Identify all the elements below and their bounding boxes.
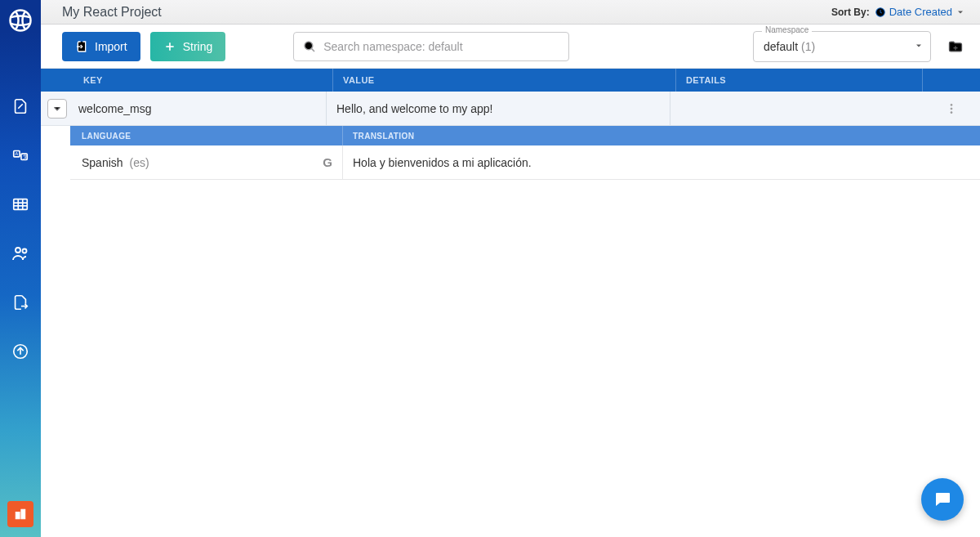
- import-icon: [75, 40, 88, 53]
- sidebar: A 文: [0, 0, 41, 537]
- svg-rect-13: [16, 512, 20, 519]
- svg-text:文: 文: [23, 154, 28, 159]
- edit-file-icon: [11, 97, 29, 115]
- google-translate-icon: G: [323, 155, 332, 169]
- clock-icon: [875, 7, 886, 18]
- svg-point-22: [951, 104, 952, 105]
- users-icon: [11, 244, 30, 263]
- column-details: DETAILS: [676, 69, 923, 92]
- nav-item-users[interactable]: [0, 229, 41, 278]
- namespace-label: Namespace: [762, 25, 812, 34]
- expand-toggle[interactable]: [47, 99, 67, 119]
- nav-item-export[interactable]: [0, 278, 41, 327]
- namespace-value: default: [764, 40, 798, 53]
- svg-rect-5: [14, 199, 28, 210]
- add-namespace-button[interactable]: [946, 37, 965, 56]
- svg-point-24: [951, 111, 952, 113]
- integration-icon[interactable]: [7, 501, 33, 527]
- globe-icon: [8, 8, 33, 33]
- svg-line-19: [312, 48, 314, 51]
- namespace-select[interactable]: Namespace default (1): [753, 31, 931, 62]
- search-icon: [302, 39, 317, 54]
- dots-vertical-icon: [945, 102, 958, 115]
- plus-icon: [163, 40, 176, 53]
- table-header: KEY VALUE DETAILS: [41, 69, 980, 92]
- add-string-button-label: String: [183, 40, 213, 53]
- search-input[interactable]: [323, 40, 560, 53]
- nav-item-edit[interactable]: [0, 82, 41, 131]
- nav-item-table[interactable]: [0, 180, 41, 229]
- main-area: My React Project Sort By: Date Created I…: [41, 0, 980, 537]
- column-translation: TRANSLATION: [343, 126, 980, 145]
- chevron-down-icon: [914, 40, 924, 53]
- translation-language-cell: Spanish (es) G: [70, 145, 343, 179]
- row-value: Hello, and welcome to my app!: [327, 92, 670, 125]
- chat-icon: [933, 490, 952, 509]
- namespace-count: (1): [801, 40, 815, 53]
- translation-row[interactable]: Spanish (es) G Hola y bienvenidos a mi a…: [70, 145, 980, 180]
- language-code: (es): [129, 156, 149, 169]
- app-logo: [0, 0, 41, 41]
- translation-header: LANGUAGE TRANSLATION: [70, 126, 980, 145]
- svg-point-10: [16, 248, 20, 253]
- svg-point-23: [951, 107, 952, 109]
- sort-by-value: Date Created: [889, 6, 952, 18]
- nav-item-translate[interactable]: A 文: [0, 131, 41, 180]
- chevron-down-icon: [51, 103, 63, 114]
- sort-by-dropdown[interactable]: Date Created: [875, 6, 965, 18]
- project-title: My React Project: [62, 5, 162, 20]
- svg-text:A: A: [16, 151, 19, 156]
- upload-circle-icon: [11, 342, 29, 360]
- add-string-button[interactable]: String: [150, 32, 226, 61]
- language-name: Spanish: [82, 156, 123, 169]
- chevron-down-icon: [956, 7, 965, 17]
- translation-text: Hola y bienvenidos a mi aplicación.: [343, 156, 980, 169]
- toolbar: Import String Namespace default (1): [41, 25, 980, 69]
- file-export-icon: [11, 293, 29, 311]
- chat-fab[interactable]: [921, 478, 964, 521]
- string-row[interactable]: welcome_msg Hello, and welcome to my app…: [41, 92, 980, 126]
- nav-item-upload[interactable]: [0, 327, 41, 376]
- header-bar: My React Project Sort By: Date Created: [41, 0, 980, 25]
- svg-rect-14: [21, 509, 25, 519]
- search-field[interactable]: [293, 32, 569, 61]
- folder-plus-icon: [947, 38, 964, 55]
- svg-point-11: [23, 249, 27, 253]
- sort-by-label: Sort By:: [831, 7, 870, 18]
- column-value: VALUE: [333, 69, 676, 92]
- column-key: KEY: [80, 69, 333, 92]
- row-actions-menu[interactable]: [923, 102, 980, 115]
- row-details: [670, 92, 923, 125]
- svg-point-0: [11, 11, 31, 31]
- column-language: LANGUAGE: [70, 126, 343, 145]
- plugin-icon: [12, 506, 29, 522]
- svg-point-18: [305, 42, 313, 50]
- row-key: welcome_msg: [70, 92, 327, 125]
- translate-icon: A 文: [11, 146, 29, 164]
- table-icon: [11, 195, 29, 213]
- import-button-label: Import: [95, 40, 127, 53]
- import-button[interactable]: Import: [62, 32, 140, 61]
